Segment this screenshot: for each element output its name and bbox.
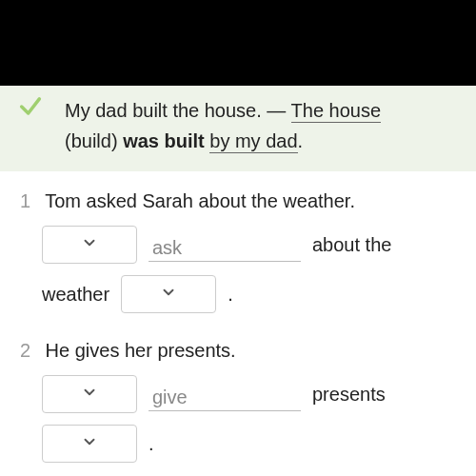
- question-2-answer: give presents .: [42, 375, 459, 463]
- chevron-down-icon: [81, 234, 98, 256]
- example-line1-prefix: My dad built the house. —: [65, 100, 291, 121]
- question-number: 1: [17, 190, 30, 212]
- example-line2-bold: was built: [123, 130, 209, 151]
- dropdown-select[interactable]: [121, 275, 216, 313]
- dropdown-select[interactable]: [42, 425, 137, 463]
- answer-text: presents: [312, 384, 386, 406]
- question-2-prompt-line: 2 He gives her presents.: [17, 340, 459, 362]
- verb-input[interactable]: give: [149, 377, 301, 411]
- top-black-bar: [0, 0, 476, 86]
- answer-text: about the: [312, 234, 391, 256]
- question-prompt: Tom asked Sarah about the weather.: [45, 190, 355, 211]
- example-block: My dad built the house. — The house (bui…: [0, 86, 476, 171]
- chevron-down-icon: [81, 433, 98, 455]
- example-line2-paren: (build): [65, 130, 123, 151]
- dropdown-select[interactable]: [42, 226, 137, 264]
- sentence-period: .: [228, 284, 233, 306]
- check-icon: [17, 93, 44, 120]
- question-1-prompt-line: 1 Tom asked Sarah about the weather.: [17, 190, 459, 212]
- dropdown-select[interactable]: [42, 375, 137, 413]
- answer-text: weather: [42, 284, 109, 306]
- chevron-down-icon: [81, 384, 98, 406]
- question-1-answer: ask about the weather .: [42, 226, 459, 313]
- question-prompt: He gives her presents.: [46, 340, 236, 361]
- sentence-period: .: [149, 433, 154, 455]
- questions-container: 1 Tom asked Sarah about the weather. ask…: [0, 171, 476, 463]
- question-number: 2: [17, 340, 30, 362]
- chevron-down-icon: [160, 284, 177, 306]
- example-text: My dad built the house. — The house (bui…: [65, 95, 457, 156]
- verb-input[interactable]: ask: [149, 228, 301, 262]
- example-line2-underlined: by my dad: [209, 130, 297, 153]
- question-2: 2 He gives her presents. give presents .: [17, 340, 459, 463]
- question-1: 1 Tom asked Sarah about the weather. ask…: [17, 190, 459, 313]
- example-line1-underlined: The house: [291, 100, 382, 123]
- example-line2-period: .: [298, 130, 304, 151]
